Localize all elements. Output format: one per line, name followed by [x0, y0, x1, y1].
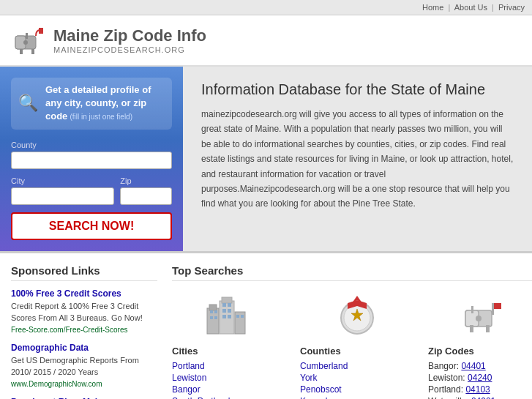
list-item: South Portland	[172, 396, 285, 399]
main-banner: 🔍 Get a detailed profile of any city, co…	[0, 67, 532, 253]
top-searches-section: Top Searches	[172, 264, 532, 399]
top-nav: Home | About Us | Privacy	[0, 0, 532, 15]
logo-icon	[11, 23, 46, 58]
info-body: mainezipcodesearch.org will give you acc…	[201, 107, 514, 212]
counties-category: Counties Cumberland York Penobscot Kenne…	[300, 288, 413, 399]
list-item: Bangor	[172, 384, 285, 395]
svg-rect-19	[228, 309, 231, 313]
zip-field-group: Zip	[120, 176, 172, 212]
svg-rect-13	[214, 310, 217, 313]
svg-rect-35	[486, 325, 490, 332]
cities-category-title: Cities	[172, 346, 285, 357]
search-magnifier-icon: 🔍	[18, 94, 38, 113]
nav-sep-1: |	[448, 3, 450, 12]
svg-rect-5	[31, 49, 34, 54]
list-item: Lewiston	[172, 373, 285, 383]
city-label: City	[11, 176, 114, 185]
svg-rect-36	[492, 303, 494, 315]
search-panel: 🔍 Get a detailed profile of any city, co…	[0, 67, 183, 251]
svg-point-32	[476, 316, 482, 321]
zip-link-04240[interactable]: 04240	[468, 373, 492, 383]
zip-link-04901[interactable]: 04901	[471, 396, 495, 399]
county-label: County	[11, 141, 172, 149]
site-domain: MAINEZIPCODESEARCH.ORG	[53, 45, 206, 54]
site-title-block: Maine Zip Code Info MAINEZIPCODESEARCH.O…	[53, 26, 206, 54]
svg-rect-20	[222, 315, 226, 318]
svg-rect-21	[228, 315, 231, 318]
zip-city-lewiston: Lewiston:	[428, 373, 468, 383]
list-item: Bangor: 04401	[428, 361, 532, 371]
city-link-portland[interactable]: Portland	[172, 361, 205, 371]
zip-city-waterville: Waterville:	[428, 396, 471, 399]
info-heading: Information Database for the State of Ma…	[201, 81, 514, 98]
nav-home-link[interactable]: Home	[422, 3, 443, 12]
list-item: York	[300, 373, 413, 383]
nav-sep-2: |	[492, 3, 494, 12]
ad-2-desc: Get US Demographic Reports From 2010/ 20…	[11, 354, 157, 379]
svg-rect-17	[228, 303, 231, 307]
search-button[interactable]: SEARCH NOW!	[11, 212, 172, 240]
ad-item-1: 100% Free 3 Credit Scores Credit Report …	[11, 288, 157, 334]
list-item: Cumberland	[300, 361, 413, 371]
county-link-penobscot[interactable]: Penobscot	[300, 384, 342, 395]
list-item: Penobscot	[300, 384, 413, 395]
nav-about-link[interactable]: About Us	[454, 3, 487, 12]
city-input[interactable]	[11, 187, 114, 205]
svg-rect-22	[236, 315, 239, 318]
counties-category-title: Counties	[300, 346, 413, 357]
zip-link-04103[interactable]: 04103	[465, 384, 490, 395]
ad-2-title-link[interactable]: Demographic Data	[11, 343, 89, 353]
svg-rect-16	[222, 303, 226, 307]
zip-input[interactable]	[120, 187, 172, 205]
cities-list: Portland Lewiston Bangor South Portland …	[172, 361, 285, 399]
ad-1-title-link[interactable]: 100% Free 3 Credit Scores	[11, 288, 121, 299]
list-item: Portland	[172, 361, 285, 371]
ad-1-url: Free-Score.com/Free-Credit-Scores	[11, 326, 157, 334]
svg-rect-37	[494, 303, 501, 309]
ad-item-2: Demographic Data Get US Demographic Repo…	[11, 343, 157, 388]
counties-list: Cumberland York Penobscot Kennebec Andro…	[300, 361, 413, 399]
zip-city-bangor: Bangor:	[428, 361, 461, 371]
site-header: Maine Zip Code Info MAINEZIPCODESEARCH.O…	[0, 15, 532, 67]
city-zip-row: City Zip	[11, 176, 172, 212]
svg-rect-18	[222, 309, 226, 313]
search-hint-note: (fill in just one field)	[70, 113, 132, 121]
zipcodes-category-title: Zip Codes	[428, 346, 532, 357]
search-hint: 🔍 Get a detailed profile of any city, co…	[11, 78, 172, 130]
svg-rect-3	[26, 33, 28, 39]
svg-rect-10	[222, 297, 232, 303]
sponsored-section: Sponsored Links 100% Free 3 Credit Score…	[11, 264, 157, 399]
svg-rect-9	[220, 301, 234, 334]
ad-1-desc: Credit Report & 100% Free 3 Credit Score…	[11, 300, 157, 324]
search-hint-text: Get a detailed profile of any city, coun…	[45, 83, 165, 124]
zipcodes-list: Bangor: 04401 Lewiston: 04240 Portland: …	[428, 361, 532, 399]
county-link-york[interactable]: York	[300, 373, 318, 383]
city-link-southportland[interactable]: South Portland	[172, 396, 230, 399]
list-item: Portland: 04103	[428, 384, 532, 395]
city-field-group: City	[11, 176, 114, 212]
svg-rect-6	[39, 28, 43, 34]
zip-link-04401[interactable]: 04401	[461, 361, 485, 371]
search-categories: Cities Portland Lewiston Bangor South Po…	[172, 288, 532, 399]
nav-privacy-link[interactable]: Privacy	[498, 3, 525, 12]
ad-3-title-link[interactable]: Penobscot River Maine	[11, 397, 108, 399]
top-searches-heading: Top Searches	[172, 264, 532, 281]
county-input[interactable]	[11, 152, 172, 169]
county-link-kennebec[interactable]: Kennebec	[300, 396, 340, 399]
svg-point-2	[23, 40, 28, 45]
zipcodes-category: Zip Codes Bangor: 04401 Lewiston: 04240 …	[428, 288, 532, 399]
zip-city-portland: Portland:	[428, 384, 465, 395]
logo-area: Maine Zip Code Info MAINEZIPCODESEARCH.O…	[11, 23, 206, 58]
svg-rect-4	[20, 49, 23, 54]
ad-item-3: Penobscot River Maine Whitewater rafting…	[11, 397, 157, 399]
zip-label: Zip	[120, 176, 172, 185]
svg-rect-15	[214, 316, 217, 319]
ad-2-url: www.DemographicNow.com	[11, 380, 157, 388]
city-link-bangor[interactable]: Bangor	[172, 384, 201, 395]
svg-rect-23	[241, 315, 244, 318]
county-link-cumberland[interactable]: Cumberland	[300, 361, 348, 371]
cities-category: Cities Portland Lewiston Bangor South Po…	[172, 288, 285, 399]
site-title: Maine Zip Code Info	[53, 26, 206, 45]
bottom-content: Sponsored Links 100% Free 3 Credit Score…	[0, 253, 532, 399]
city-link-lewiston[interactable]: Lewiston	[172, 373, 206, 383]
